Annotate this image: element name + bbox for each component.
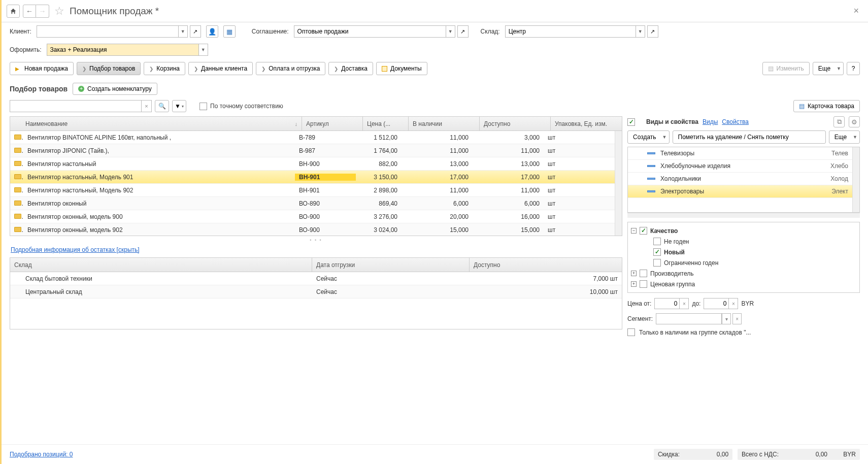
horizontal-splitter[interactable]: • • • bbox=[10, 238, 622, 242]
client-dropdown-button[interactable]: ▼ bbox=[179, 25, 188, 38]
table-row[interactable]: Вентилятор JIPONIC (Тайв.),В-9871 764,00… bbox=[10, 144, 615, 157]
stock-cell-date: Сейчас bbox=[312, 288, 470, 295]
home-button[interactable] bbox=[7, 5, 20, 18]
price-to-label: до: bbox=[692, 300, 700, 307]
category-row[interactable]: ЭлектротоварыЭлект bbox=[628, 185, 852, 198]
stock-col-date[interactable]: Дата отгрузки bbox=[312, 258, 470, 272]
client-open-button[interactable]: ↗ bbox=[190, 25, 201, 38]
agreement-label: Соглашение: bbox=[252, 28, 289, 35]
price-to-input[interactable] bbox=[704, 298, 729, 309]
stock-col-warehouse[interactable]: Склад bbox=[10, 258, 312, 272]
help-button[interactable]: ? bbox=[847, 62, 860, 75]
price-from-clear[interactable]: × bbox=[680, 298, 689, 309]
price-to-clear[interactable]: × bbox=[729, 298, 738, 309]
restore-settings-button[interactable]: ⧉ bbox=[833, 116, 845, 127]
segment-dropdown[interactable]: ▾ bbox=[722, 313, 731, 324]
search-execute-button[interactable]: 🔍 bbox=[155, 100, 169, 112]
create-nomenclature-button[interactable]: +Создать номенклатуру bbox=[73, 83, 157, 95]
product-card-label: Карточка товара bbox=[808, 103, 854, 110]
stock-col-available[interactable]: Доступно bbox=[470, 258, 622, 272]
cart-button[interactable]: ❯Корзина bbox=[144, 62, 185, 75]
segment-input[interactable] bbox=[656, 313, 722, 324]
exact-match-checkbox[interactable] bbox=[199, 103, 207, 110]
picked-positions-link[interactable]: Подобрано позиций: 0 bbox=[10, 451, 73, 458]
client-card-icon[interactable]: ▦ bbox=[223, 25, 236, 38]
pricegroup-checkbox[interactable] bbox=[640, 280, 647, 288]
back-button[interactable]: ← bbox=[23, 5, 36, 18]
segment-clear[interactable]: × bbox=[732, 313, 742, 324]
product-card-button[interactable]: ▤Карточка товара bbox=[793, 100, 860, 112]
discount-value: 0,00 bbox=[683, 451, 728, 458]
table-row[interactable]: Вентилятор настольный, Модель 902ВН-9012… bbox=[10, 184, 615, 197]
only-stock-checkbox[interactable] bbox=[627, 328, 635, 336]
client-input[interactable] bbox=[37, 25, 179, 38]
plus-icon: + bbox=[78, 86, 84, 92]
settings-button[interactable]: ⚙ bbox=[849, 116, 860, 127]
agreement-dropdown-button[interactable]: ▼ bbox=[446, 25, 455, 38]
search-input[interactable] bbox=[10, 100, 142, 112]
col-available[interactable]: Доступно bbox=[480, 117, 551, 130]
agreement-open-button[interactable]: ↗ bbox=[457, 25, 469, 38]
table-row[interactable]: Вентилятор BINATONE ALPINE 160вт, наполь… bbox=[10, 131, 615, 144]
categories-scrollbar[interactable] bbox=[852, 147, 859, 212]
stock-details-link[interactable]: Подробная информация об остатках [скрыть… bbox=[11, 246, 140, 253]
folder-icon bbox=[14, 161, 21, 166]
client-data-button[interactable]: ❯Данные клиента bbox=[188, 62, 253, 75]
col-price[interactable]: Цена (... bbox=[363, 117, 409, 130]
tree-collapse-quality[interactable]: − bbox=[631, 228, 637, 234]
category-row[interactable]: Хлебобулочные изделияХлебо bbox=[628, 160, 852, 173]
filter-button[interactable]: ▼▾ bbox=[172, 100, 186, 112]
category-row[interactable]: ТелевизорыТелев bbox=[628, 147, 852, 160]
stock-row[interactable]: Центральный складСейчас10,000 шт bbox=[10, 285, 622, 299]
types-props-checkbox[interactable] bbox=[627, 118, 635, 126]
types-link[interactable]: Виды bbox=[703, 118, 718, 125]
process-input[interactable] bbox=[47, 44, 199, 56]
tree-expand-manufacturer[interactable]: + bbox=[631, 271, 637, 276]
sort-asc-icon: ↓ bbox=[295, 121, 298, 127]
delivery-button[interactable]: ❯Доставка bbox=[328, 62, 373, 75]
payment-button[interactable]: ❯Оплата и отгрузка bbox=[256, 62, 325, 75]
table-row[interactable]: Вентилятор оконныйВО-890869,406,0006,000… bbox=[10, 197, 615, 210]
mark-delete-button[interactable]: Пометить на удаление / Снять пометку bbox=[673, 130, 826, 144]
not-suitable-checkbox[interactable] bbox=[653, 238, 661, 245]
col-packaging[interactable]: Упаковка, Ед. изм. bbox=[551, 117, 622, 130]
close-button[interactable]: × bbox=[849, 6, 863, 16]
categories-hscroll[interactable] bbox=[627, 213, 860, 218]
client-user-icon[interactable]: 👤 bbox=[206, 25, 218, 38]
manufacturer-checkbox[interactable] bbox=[640, 270, 647, 277]
warehouse-dropdown-button[interactable]: ▼ bbox=[636, 25, 645, 38]
price-from-input[interactable] bbox=[654, 298, 680, 309]
col-article[interactable]: Артикул bbox=[302, 117, 363, 130]
col-name[interactable]: Наименование↓ bbox=[10, 117, 302, 130]
restore-icon: ⧉ bbox=[837, 118, 842, 126]
documents-button[interactable]: Документы bbox=[376, 62, 427, 75]
warehouse-open-button[interactable]: ↗ bbox=[647, 25, 658, 38]
agreement-input[interactable] bbox=[294, 25, 446, 38]
table-row[interactable]: Вентилятор настольныйВН-900882,0013,0001… bbox=[10, 157, 615, 171]
pick-goods-button[interactable]: ❯Подбор товаров bbox=[77, 62, 141, 75]
col-stock[interactable]: В наличии bbox=[409, 117, 480, 130]
quality-checkbox[interactable] bbox=[640, 227, 647, 235]
props-link[interactable]: Свойства bbox=[722, 118, 749, 125]
search-clear-button[interactable]: × bbox=[142, 100, 152, 112]
more-button[interactable]: Еще▼ bbox=[813, 62, 844, 75]
category-row[interactable]: ХолодильникиХолод bbox=[628, 173, 852, 185]
cell-stock: 11,000 bbox=[402, 134, 473, 141]
table-row[interactable]: Вентилятор настольный, Модель 901ВН-9013… bbox=[10, 171, 615, 184]
right-create-button[interactable]: Создать▼ bbox=[627, 130, 670, 144]
stock-row[interactable]: Склад бытовой техникиСейчас7,000 шт bbox=[10, 272, 622, 285]
new-sale-button[interactable]: Новая продажа bbox=[10, 62, 74, 75]
warehouse-input[interactable] bbox=[505, 25, 636, 38]
table-row[interactable]: Вентилятор оконный, модель 900ВО-9003 27… bbox=[10, 210, 615, 223]
help-label: ? bbox=[852, 65, 855, 72]
tree-expand-pricegroup[interactable]: + bbox=[631, 281, 637, 287]
grid-scrollbar[interactable] bbox=[615, 131, 622, 236]
process-dropdown-button[interactable]: ▼ bbox=[199, 44, 208, 56]
new-checkbox[interactable] bbox=[653, 248, 661, 256]
table-row[interactable]: Вентилятор оконный, модель 902ВО-9003 02… bbox=[10, 223, 615, 236]
types-props-label: Виды и свойства bbox=[646, 118, 698, 125]
forward-button[interactable]: → bbox=[36, 5, 49, 18]
favorite-star-icon[interactable]: ☆ bbox=[54, 5, 64, 18]
right-more-button[interactable]: Еще▼ bbox=[829, 130, 860, 144]
limited-checkbox[interactable] bbox=[653, 259, 661, 267]
